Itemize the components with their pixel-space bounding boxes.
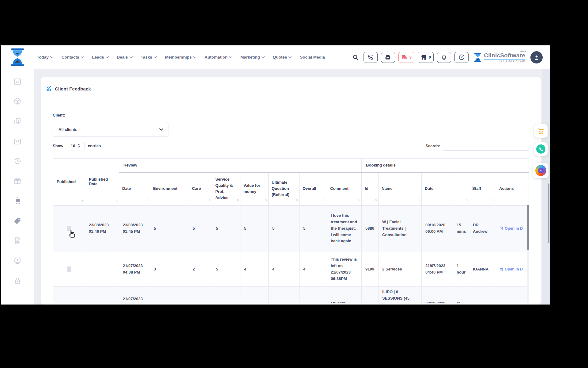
cell: 4 xyxy=(240,252,269,287)
sort-icons: ↑↓ xyxy=(358,197,360,202)
nav-item-marketing[interactable]: Marketing xyxy=(240,55,265,59)
entries-select[interactable]: 10 xyxy=(67,141,85,151)
col-header-ultimate-question-referral-[interactable]: Ultimate Question (Referral)↑↓ xyxy=(269,172,300,205)
client-select-value: All clients xyxy=(58,127,77,132)
package-icon[interactable] xyxy=(13,97,21,105)
col-header-service-quality-prof-advice[interactable]: Service Quality & Prof. Advice↑↓ xyxy=(212,172,240,205)
brand-logo[interactable]: .com ClinicSoftware TEN STEPS AHEAD xyxy=(474,52,525,63)
col-header-comment[interactable]: Comment↑↓ xyxy=(327,172,362,205)
cell: IOANNA xyxy=(469,252,496,287)
svg-text:12: 12 xyxy=(16,81,19,83)
ai-assistant-button[interactable]: AI xyxy=(533,163,548,178)
history-icon[interactable] xyxy=(13,157,21,165)
nav-item-leads[interactable]: Leads xyxy=(92,55,109,59)
copy-icon[interactable] xyxy=(13,117,21,125)
cell xyxy=(150,287,189,304)
nav-item-today[interactable]: Today xyxy=(37,55,53,59)
inbox-button[interactable] xyxy=(381,52,395,63)
client-select[interactable]: All clients xyxy=(53,122,168,137)
cell: 09/10/2020 09:00 AM xyxy=(422,205,453,252)
calendar-booking-icon[interactable] xyxy=(13,137,21,145)
open-in-diary-link[interactable]: Open in D xyxy=(500,266,525,272)
col-header-value-for-money[interactable]: Value for money↑↓ xyxy=(240,172,269,205)
card-body: Client: All clients Show 10 entries xyxy=(41,101,541,303)
open-in-diary-link[interactable]: Open in D xyxy=(500,225,525,232)
user-avatar[interactable] xyxy=(530,51,543,63)
report-icon[interactable] xyxy=(13,237,21,245)
nav-item-contacts[interactable]: Contacts xyxy=(62,55,84,59)
col-header-published-date[interactable]: Published Date ↑↓ xyxy=(85,159,119,205)
col-header-duration[interactable]: ↑↓ xyxy=(453,172,469,205)
brand-tagline: TEN STEPS AHEAD xyxy=(484,59,525,62)
user-circle-icon[interactable] xyxy=(13,257,21,265)
cell: 15 mins xyxy=(453,205,469,252)
main-content: Client Feedback Client: All clients Show… xyxy=(34,69,550,305)
store-button[interactable]: 0 xyxy=(418,52,434,63)
table-row: 21/07/2023 04:38 PM325444This review is … xyxy=(53,252,529,287)
brand-hourglass-icon xyxy=(474,52,482,63)
cell: 5 xyxy=(240,205,269,252)
col-header-date[interactable]: Date↑↓ xyxy=(422,172,453,205)
col-header-name[interactable]: Name↑↓ xyxy=(379,172,422,205)
brand-name: ClinicSoftware xyxy=(484,52,525,58)
notifications-button[interactable] xyxy=(437,52,451,63)
col-header-id[interactable]: Id↑↓ xyxy=(362,172,379,205)
cell: 9199 xyxy=(362,252,379,287)
app-logo[interactable] xyxy=(1,48,34,66)
chat-notifications-button[interactable]: 3 xyxy=(398,52,414,63)
cell: 2 xyxy=(189,252,212,287)
table-row: 23/08/2023 01:46 PM23/08/2023 01:45 PM55… xyxy=(53,205,529,252)
page-scrollbar-handle[interactable] xyxy=(548,183,549,243)
sort-icons: ↑↓ xyxy=(209,197,210,202)
row-checkbox[interactable] xyxy=(67,226,71,231)
bell-icon xyxy=(441,54,447,60)
phone-button[interactable] xyxy=(364,52,378,63)
col-header-overall[interactable]: Overall↑↓ xyxy=(300,172,327,205)
nav-item-automation[interactable]: Automation xyxy=(205,55,232,59)
sidebar: 12 xyxy=(1,69,34,305)
sort-icons: ↑↓ xyxy=(115,199,117,202)
table-search-input[interactable] xyxy=(443,141,529,151)
cell xyxy=(85,287,119,304)
cart-icon[interactable] xyxy=(13,197,21,205)
phone-icon xyxy=(368,54,374,60)
col-header-date[interactable]: Date↑↓ xyxy=(119,172,150,205)
feedback-table-wrap: Published ↑↓ Published Date ↑↓ Review Bo… xyxy=(53,158,529,303)
store-badge: 0 xyxy=(429,55,431,59)
client-feedback-card: Client Feedback Client: All clients Show… xyxy=(41,77,541,305)
nav-item-memberships[interactable]: Memberships xyxy=(165,55,196,59)
search-icon[interactable] xyxy=(352,54,359,61)
client-filter-label: Client: xyxy=(53,101,529,117)
tag-icon[interactable] xyxy=(13,217,21,225)
help-button[interactable]: ? xyxy=(454,52,469,63)
inbox-icon xyxy=(385,54,391,60)
cell xyxy=(300,287,327,304)
gift-icon[interactable] xyxy=(13,177,21,185)
table-scrollbar-handle[interactable] xyxy=(527,205,529,250)
search-label: Search: xyxy=(425,144,440,148)
col-header-care[interactable]: Care↑↓ xyxy=(189,172,212,205)
question-icon: ? xyxy=(458,54,465,60)
brand-tld: .com xyxy=(520,50,526,52)
row-checkbox[interactable] xyxy=(67,266,71,272)
cell-actions: Open in D xyxy=(496,252,529,287)
cell xyxy=(469,287,496,304)
sort-icons: ↑↓ xyxy=(265,197,267,202)
lock-icon[interactable] xyxy=(13,277,21,285)
col-header-environment[interactable]: Environment↑↓ xyxy=(150,172,189,205)
cell xyxy=(53,205,85,252)
col-header-published[interactable]: Published ↑↓ xyxy=(53,159,85,205)
col-header-staff[interactable]: Staff↑↓ xyxy=(469,172,496,205)
page-scrollbar-track[interactable] xyxy=(542,69,550,305)
nav-item-quotes[interactable]: Quotes xyxy=(273,55,292,59)
call-float-button[interactable] xyxy=(534,142,548,156)
chevron-down-icon xyxy=(106,56,109,58)
nav-item-deals[interactable]: Deals xyxy=(117,55,133,59)
table-row: 21/07/2023My hereiLIPO | 6 SESSIONS (452… xyxy=(53,287,529,304)
hourglass-logo-icon xyxy=(9,48,25,66)
calendar-icon[interactable]: 12 xyxy=(13,77,21,85)
nav-item-social-media[interactable]: Social Media xyxy=(300,55,325,59)
cart-float-button[interactable] xyxy=(534,124,548,138)
sort-icons: ↑↓ xyxy=(81,199,83,202)
nav-item-tasks[interactable]: Tasks xyxy=(141,55,157,59)
